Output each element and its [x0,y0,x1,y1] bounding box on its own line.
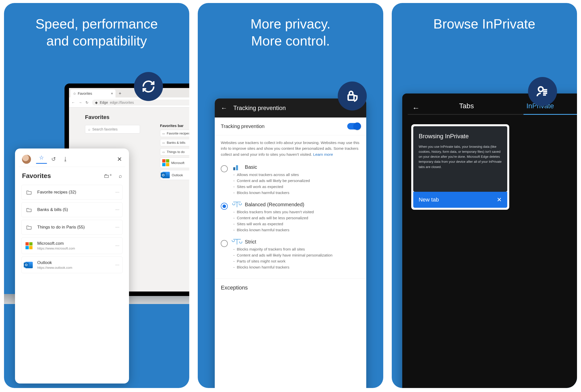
nav-fwd-icon[interactable]: → [78,100,82,104]
svg-rect-0 [348,95,354,100]
svg-point-1 [538,87,543,92]
page-heading: Favorites [85,114,189,120]
inprivate-tile[interactable]: Browsing InPrivate When you use InPrivat… [411,124,509,210]
more-icon[interactable]: ⋮ [115,244,120,248]
tracking-prevention-screen: ← Tracking prevention Tracking preventio… [215,98,366,388]
balanced-icon [233,202,241,207]
phone-favorites-panel: ☆ ↺ ⭳ ✕ Favorites 🗀⁺ ⌕ Favorite recipes … [15,148,129,384]
fav-chip[interactable]: Banks & bills [160,139,189,146]
screen-title: Tracking prevention [233,104,286,112]
favorite-folder[interactable]: Favorite recipes (32) ⋮ [22,185,122,200]
favorite-site[interactable]: Microsoft.comhttps://www.microsoft.com ⋮ [22,237,122,254]
strict-icon [233,239,241,244]
headline: Speed, performanceand compatibility [4,3,189,57]
close-icon[interactable]: ✕ [117,156,122,163]
option-strict[interactable]: Strict Blocks majority of trackers from … [215,236,366,274]
fav-chip[interactable]: Microsoft [160,158,189,168]
tile-heading: Browsing InPrivate [419,133,502,140]
toggle-label: Tracking prevention [221,124,264,129]
panel-heading: Favorites [22,172,51,180]
folder-icon [25,188,33,196]
nav-back-icon[interactable]: ← [72,100,75,104]
promo-card-sync: Speed, performanceand compatibility ☆Fav… [4,3,189,388]
favorite-folder[interactable]: Things to do in Paris (55) ⋮ [22,220,122,235]
promo-card-privacy: More privacy.More control. ← Tracking pr… [198,3,383,388]
radio-icon[interactable] [221,165,228,172]
radio-icon[interactable] [221,240,228,247]
avatar[interactable] [22,155,31,164]
nav-refresh-icon[interactable]: ↻ [86,100,88,104]
address-bar[interactable]: ◆ Edge edge://favorites [92,100,189,106]
back-icon[interactable]: ← [412,104,420,112]
option-basic[interactable]: Basic Allows most trackers across all si… [215,162,366,199]
tab-normal[interactable]: Tabs [430,102,504,114]
tracking-toggle[interactable] [347,123,360,130]
folder-icon [25,224,33,231]
more-icon[interactable]: ⋮ [115,190,120,194]
option-balanced[interactable]: Balanced (Recommended) Blocks trackers f… [215,199,366,236]
close-tab-icon[interactable]: ✕ [497,196,502,203]
more-icon[interactable]: ⋮ [115,263,120,267]
browser-tabstrip: ☆Favorites× + [69,88,189,98]
download-icon[interactable]: ⭳ [60,156,72,162]
tile-body: When you use InPrivate tabs, your browsi… [419,144,502,170]
inprivate-tabs-screen: ← Tabs InPrivate Browsing InPrivate When… [402,94,577,388]
outlook-icon [25,262,33,268]
add-folder-icon[interactable]: 🗀⁺ [104,173,112,179]
description-text: Websites use trackers to collect info ab… [215,135,366,162]
microsoft-icon [26,242,32,249]
search-icon[interactable]: ⌕ [119,173,122,179]
basic-icon [233,164,241,170]
favorite-folder[interactable]: Banks & bills (5) ⋮ [22,202,122,217]
headline: More privacy.More control. [198,3,383,57]
search-icon: ⌕ [88,127,90,131]
fav-chip[interactable]: Outlook [160,170,189,180]
more-icon[interactable]: ⋮ [115,208,120,212]
back-icon[interactable]: ← [221,104,227,112]
fav-chip[interactable]: Favorite recipes [160,130,189,137]
fav-chip[interactable]: Things to do [160,148,189,156]
browser-tab[interactable]: ☆Favorites× [70,90,116,98]
promo-card-inprivate: Browse InPrivate ← Tabs InPrivate Browsi… [392,3,577,388]
browser-toolbar: ← → ↻ ◆ Edge edge://favorites [69,98,189,108]
lock-shield-icon [338,82,367,110]
headline: Browse InPrivate [392,3,577,40]
new-tab-button[interactable]: + [116,90,124,98]
folder-icon [25,206,33,214]
new-tab-label: New tab [419,196,439,203]
more-icon[interactable]: ⋮ [115,225,120,230]
star-icon[interactable]: ☆ [36,154,48,164]
search-favorites-input[interactable]: ⌕Search favorites [85,125,140,134]
exceptions-row[interactable]: Exceptions [215,278,366,297]
favorites-bar-heading: Favorites bar [160,120,189,130]
sync-icon [134,72,163,101]
favorite-site[interactable]: Outlookhttps://www.outlook.com ⋮ [22,256,122,273]
inprivate-icon [528,77,557,106]
radio-icon[interactable] [221,203,228,210]
history-icon[interactable]: ↺ [48,156,60,162]
learn-more-link[interactable]: Learn more [313,152,333,156]
